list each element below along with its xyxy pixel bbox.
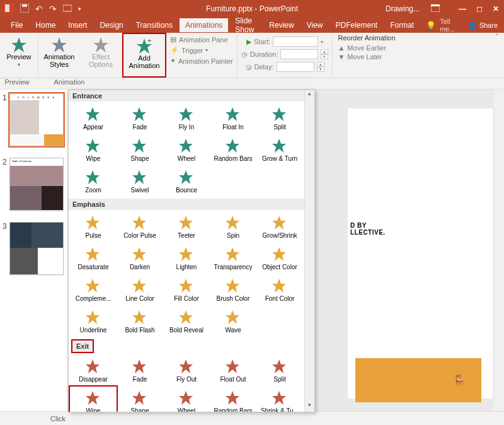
move-earlier-button[interactable]: ▲ Move Earlier bbox=[338, 44, 395, 52]
slide-thumbnail-3[interactable] bbox=[9, 222, 64, 275]
anim-zoom[interactable]: Zoom bbox=[70, 166, 117, 197]
anim-color-pulse[interactable]: Color Pulse bbox=[117, 211, 163, 243]
add-animation-button[interactable]: + Add Animation bbox=[127, 35, 161, 69]
svg-marker-26 bbox=[132, 216, 146, 230]
anim-fade[interactable]: Fade bbox=[117, 103, 163, 134]
anim-fill-color[interactable]: Fill Color bbox=[163, 274, 210, 306]
anim-random-bars[interactable]: Random Bars bbox=[210, 387, 256, 412]
preview-button[interactable]: Preview ▾ bbox=[4, 34, 34, 67]
anim-pulse[interactable]: Pulse bbox=[70, 211, 117, 243]
animation-pane-label: Animation Pane bbox=[179, 36, 228, 44]
start-dropdown[interactable] bbox=[273, 37, 318, 47]
tab-transitions[interactable]: Transitions bbox=[130, 18, 178, 32]
tab-animations[interactable]: Animations bbox=[180, 18, 228, 32]
animation-painter-button[interactable]: ✦ Animation Painter bbox=[170, 57, 233, 65]
effect-options-button[interactable]: Effect Options bbox=[84, 34, 118, 68]
anim-desaturate[interactable]: Desaturate bbox=[70, 243, 117, 274]
anim-compleme-[interactable]: Compleme... bbox=[70, 274, 117, 306]
anim-wheel[interactable]: Wheel bbox=[163, 134, 210, 166]
vertical-scrollbar[interactable] bbox=[494, 90, 504, 411]
svg-marker-13 bbox=[132, 107, 146, 121]
redo-icon[interactable]: ↷ bbox=[49, 4, 57, 14]
anim-transparency[interactable]: Transparency bbox=[210, 243, 256, 274]
delay-spinner[interactable]: ▴▾ bbox=[317, 62, 324, 72]
dropdown-scrollbar[interactable]: ▴ ▾ bbox=[304, 90, 314, 412]
anim-shrink-tu-[interactable]: Shrink & Tu... bbox=[256, 387, 303, 412]
anim-fly-out[interactable]: Fly Out bbox=[163, 355, 210, 387]
duration-input[interactable] bbox=[280, 49, 318, 59]
svg-marker-50 bbox=[132, 391, 146, 405]
anim-wipe[interactable]: Wipe bbox=[70, 134, 117, 166]
slide-thumbnail-1[interactable]: C O L O M B E S bbox=[9, 93, 64, 146]
anim-shape[interactable]: Shape bbox=[117, 387, 163, 412]
tab-review[interactable]: Review bbox=[263, 18, 299, 32]
anim-underline[interactable]: Underline bbox=[70, 306, 117, 337]
scroll-down-icon[interactable]: ▾ bbox=[305, 402, 314, 412]
anim-teeter[interactable]: Teeter bbox=[163, 211, 210, 243]
anim-swivel[interactable]: Swivel bbox=[117, 166, 163, 197]
delay-input[interactable] bbox=[277, 62, 314, 72]
anim-bold-reveal[interactable]: Bold Reveal bbox=[163, 306, 210, 337]
anim-spin[interactable]: Spin bbox=[210, 211, 256, 243]
anim-bold-flash[interactable]: Bold Flash bbox=[117, 306, 163, 337]
maximize-icon[interactable]: ◻ bbox=[476, 4, 483, 13]
tab-design[interactable]: Design bbox=[94, 18, 129, 32]
tab-file[interactable]: File bbox=[5, 18, 28, 32]
anim-shape[interactable]: Shape bbox=[117, 134, 163, 166]
anim-object-color[interactable]: Object Color bbox=[256, 243, 303, 274]
chevron-down-icon: ▾ bbox=[321, 39, 323, 45]
anim-appear[interactable]: Appear bbox=[70, 103, 117, 134]
move-later-button[interactable]: ▼ Move Later bbox=[338, 53, 395, 61]
animation-styles-button[interactable]: Animation Styles bbox=[42, 34, 76, 68]
delay-control[interactable]: ◶ Delay: ▴▾ bbox=[246, 62, 324, 72]
anim-fade[interactable]: Fade bbox=[117, 355, 163, 387]
anim-line-color[interactable]: Line Color bbox=[117, 274, 163, 306]
trigger-button[interactable]: ⚡ Trigger ▾ bbox=[170, 46, 233, 54]
anim-random-bars[interactable]: Random Bars bbox=[210, 134, 256, 166]
ribbon-display-options-icon[interactable] bbox=[431, 4, 440, 14]
anim-grow-shrink[interactable]: Grow/Shrink bbox=[256, 211, 303, 243]
anim-split[interactable]: Split bbox=[256, 103, 303, 134]
anim-font-color[interactable]: Font Color bbox=[256, 274, 303, 306]
close-icon[interactable]: ✕ bbox=[493, 4, 499, 13]
duration-control[interactable]: ◷ Duration: ▴▾ bbox=[241, 49, 329, 59]
tab-format[interactable]: Format bbox=[384, 18, 420, 32]
anim-darken[interactable]: Darken bbox=[117, 243, 163, 274]
ribbon: Preview ▾ Animation Styles Effect Option… bbox=[0, 33, 504, 78]
anim-disappear[interactable]: Disappear bbox=[70, 355, 117, 387]
anim-brush-color[interactable]: Brush Color bbox=[210, 274, 256, 306]
slide-number: 3 bbox=[3, 222, 7, 275]
move-earlier-label: Move Earlier bbox=[347, 44, 386, 52]
anim-wave[interactable]: Wave bbox=[210, 306, 256, 337]
duration-spinner[interactable]: ▴▾ bbox=[321, 49, 328, 59]
save-icon[interactable] bbox=[20, 4, 29, 14]
start-control[interactable]: ▶ Start: ▾ bbox=[246, 37, 323, 47]
tab-pdfelement[interactable]: PDFelement bbox=[329, 18, 383, 32]
anim-wipe[interactable]: Wipe bbox=[70, 387, 117, 412]
anim-wheel[interactable]: Wheel bbox=[163, 387, 210, 412]
share-button[interactable]: 👤 Share bbox=[462, 21, 504, 30]
anim-grow-turn[interactable]: Grow & Turn bbox=[256, 134, 303, 166]
anim-lighten[interactable]: Lighten bbox=[163, 243, 210, 274]
anim-float-in[interactable]: Float In bbox=[210, 103, 256, 134]
qat-dropdown-icon[interactable]: ▾ bbox=[78, 6, 81, 12]
anim-split[interactable]: Split bbox=[256, 355, 303, 387]
slide-thumbnail-2[interactable]: Table of Contents bbox=[9, 158, 64, 211]
tab-insert[interactable]: Insert bbox=[62, 18, 93, 32]
start-from-beginning-icon[interactable] bbox=[63, 4, 72, 14]
tell-me[interactable]: 💡 Tell me... bbox=[421, 18, 460, 33]
anim-bounce[interactable]: Bounce bbox=[163, 166, 210, 197]
collapse-ribbon-icon[interactable]: ˄ bbox=[495, 33, 504, 78]
undo-icon[interactable]: ↶ bbox=[35, 4, 43, 14]
svg-marker-27 bbox=[179, 216, 193, 230]
minimize-icon[interactable]: — bbox=[459, 4, 466, 13]
tab-view[interactable]: View bbox=[301, 18, 329, 32]
anim-fly-in[interactable]: Fly In bbox=[163, 103, 210, 134]
move-later-label: Move Later bbox=[347, 53, 382, 61]
scroll-up-icon[interactable]: ▴ bbox=[305, 90, 314, 100]
svg-marker-23 bbox=[132, 170, 146, 184]
tab-home[interactable]: Home bbox=[30, 18, 61, 32]
anim-float-out[interactable]: Float Out bbox=[210, 355, 256, 387]
animation-pane-button[interactable]: ▤ Animation Pane bbox=[170, 35, 233, 44]
lightbulb-icon: 💡 bbox=[426, 21, 436, 30]
